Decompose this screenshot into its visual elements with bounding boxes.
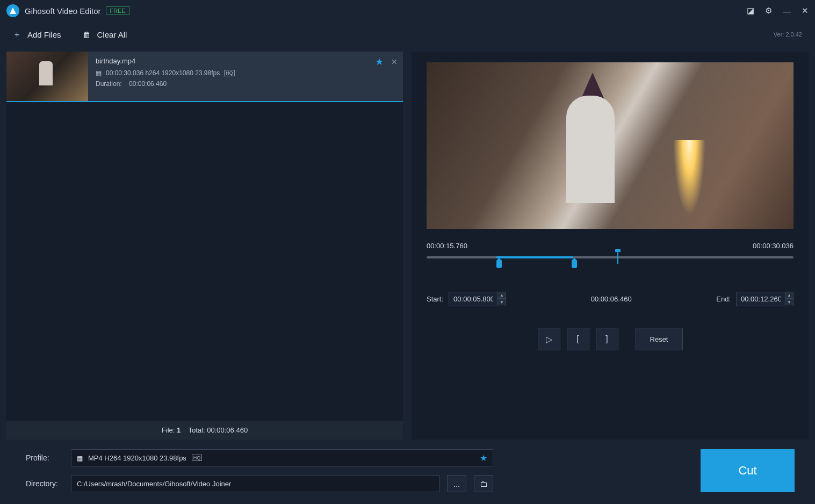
feedback-icon[interactable]: ◪ (747, 6, 754, 16)
clear-all-button[interactable]: 🗑 Clear All (83, 30, 127, 39)
directory-more-button[interactable]: ... (447, 475, 466, 492)
app-icon (6, 4, 19, 17)
playhead[interactable] (617, 251, 618, 264)
mark-in-button[interactable]: [ (567, 328, 589, 350)
list-footer: File: 1 Total: 00:00:06.460 (6, 421, 403, 440)
start-step-up[interactable]: ▲ (498, 292, 506, 299)
hd-icon: HQ (192, 455, 203, 461)
mark-out-button[interactable]: ] (596, 328, 618, 350)
playhead-time: 00:00:15.760 (427, 242, 467, 250)
selection-duration: 00:00:06.460 (591, 295, 632, 303)
start-input[interactable] (449, 292, 497, 306)
file-name: birthday.mp4 (96, 57, 395, 65)
end-marker[interactable] (572, 261, 577, 268)
selection-range (496, 256, 573, 258)
trash-icon: 🗑 (83, 30, 91, 39)
start-marker[interactable] (496, 261, 502, 268)
toolbar: ＋ Add Files 🗑 Clear All Ver: 2.0.42 (0, 21, 815, 47)
add-files-button[interactable]: ＋ Add Files (13, 30, 61, 40)
version-label: Ver: 2.0.42 (774, 31, 802, 38)
duration-value: 00:00:06.460 (129, 80, 167, 88)
hd-icon: HQ (224, 70, 235, 76)
start-step-down[interactable]: ▼ (498, 299, 506, 305)
profile-favorite-icon[interactable]: ★ (480, 453, 487, 463)
free-badge: FREE (106, 6, 129, 15)
video-preview[interactable] (427, 62, 794, 229)
remove-file-icon[interactable]: ✕ (391, 57, 398, 66)
end-input[interactable] (737, 292, 785, 306)
file-count-label: File: (162, 426, 175, 434)
plus-icon: ＋ (13, 30, 21, 40)
file-item[interactable]: birthday.mp4 00:00:30.036 h264 1920x1080… (6, 52, 403, 102)
directory-input[interactable] (71, 475, 439, 492)
profile-label: Profile: (26, 453, 63, 462)
preview-panel: 00:00:15.760 00:00:30.036 Start: ▲ ▼ (412, 52, 809, 440)
file-list-panel: birthday.mp4 00:00:30.036 h264 1920x1080… (6, 52, 403, 440)
profile-select[interactable]: MP4 H264 1920x1080 23.98fps HQ ★ (71, 449, 493, 466)
end-label: End: (716, 295, 731, 303)
clear-all-label: Clear All (97, 30, 127, 39)
end-step-down[interactable]: ▼ (785, 299, 793, 305)
open-folder-button[interactable]: 🗀 (474, 475, 493, 492)
minimize-icon[interactable]: — (783, 6, 791, 16)
app-title: Gihosoft Video Editor (25, 6, 100, 16)
file-count: 1 (177, 426, 181, 434)
start-label: Start: (427, 295, 443, 303)
film-icon (96, 69, 102, 77)
film-icon (77, 454, 83, 462)
end-step-up[interactable]: ▲ (785, 292, 793, 299)
total-time: 00:00:06.460 (207, 426, 248, 434)
output-bar: Profile: MP4 H264 1920x1080 23.98fps HQ … (0, 440, 815, 504)
reset-button[interactable]: Reset (636, 328, 683, 350)
total-label: Total: (189, 426, 205, 434)
profile-value: MP4 H264 1920x1080 23.98fps (88, 454, 186, 462)
timeline-end: 00:00:30.036 (753, 242, 794, 250)
directory-label: Directory: (26, 479, 63, 488)
title-bar: Gihosoft Video Editor FREE ◪ ⚙ — ✕ (0, 0, 815, 21)
settings-icon[interactable]: ⚙ (765, 6, 772, 16)
duration-label: Duration: (96, 80, 122, 88)
timeline[interactable] (427, 254, 794, 270)
favorite-icon[interactable]: ★ (375, 56, 384, 68)
add-files-label: Add Files (27, 30, 61, 39)
close-icon[interactable]: ✕ (802, 6, 809, 16)
cut-button[interactable]: Cut (701, 449, 795, 492)
file-thumbnail (6, 52, 88, 101)
play-button[interactable]: ▷ (538, 328, 560, 350)
file-meta: 00:00:30.036 h264 1920x1080 23.98fps (106, 69, 220, 77)
